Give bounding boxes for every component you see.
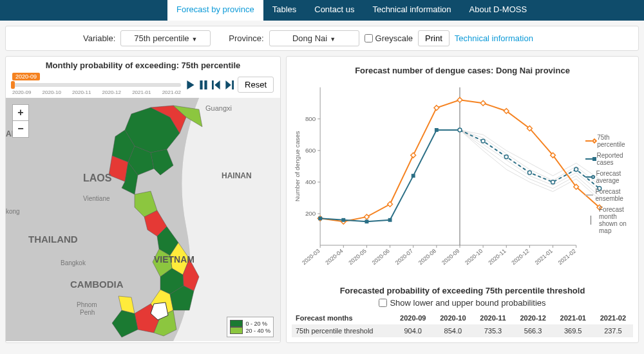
slider-track[interactable]: [12, 83, 181, 87]
svg-text:2021-01: 2021-01: [534, 248, 554, 266]
svg-point-67: [551, 180, 555, 184]
svg-text:THAILAND: THAILAND: [28, 234, 78, 245]
svg-point-64: [481, 139, 485, 143]
svg-text:800: 800: [305, 115, 316, 122]
svg-point-63: [458, 128, 462, 132]
nav-tab-forecast[interactable]: Forecast by province: [167, 0, 263, 21]
map-svg: Guangxi LAOS HAINAN Vientiane THAILAND B…: [6, 98, 280, 341]
control-bar: Variable: 75th percentile▼ Province: Don…: [5, 26, 639, 51]
svg-text:200: 200: [305, 210, 316, 217]
svg-rect-59: [388, 218, 392, 222]
table-col: 2021-02: [593, 312, 633, 324]
nav-tab-techinfo[interactable]: Technical information: [363, 0, 460, 21]
line-chart: 200400600800Number of dengue cases2020-0…: [292, 79, 633, 279]
svg-text:2020-10: 2020-10: [464, 248, 484, 266]
step-back-icon[interactable]: [212, 80, 221, 89]
nav-tab-contact[interactable]: Contact us: [305, 0, 363, 21]
map-panel: Monthly probability of exceeding: 75th p…: [5, 56, 281, 343]
greyscale-input[interactable]: [365, 34, 373, 42]
svg-point-65: [504, 155, 508, 159]
svg-text:2020-11: 2020-11: [487, 248, 507, 266]
svg-text:400: 400: [305, 178, 316, 185]
svg-text:Vientiane: Vientiane: [83, 195, 110, 202]
svg-marker-5: [225, 80, 231, 89]
svg-text:Phnom: Phnom: [77, 301, 97, 308]
zoom-control: + −: [12, 104, 29, 138]
greyscale-label: Greyscale: [375, 33, 413, 43]
svg-rect-61: [435, 128, 439, 132]
zoom-out-button[interactable]: −: [12, 121, 29, 138]
svg-rect-2: [204, 80, 207, 89]
show-bounds-checkbox[interactable]: Show lower and upper bound probabilities: [379, 298, 545, 308]
svg-rect-1: [200, 80, 202, 89]
table-col: 2020-12: [513, 312, 553, 324]
svg-text:2020-07: 2020-07: [394, 248, 414, 266]
chart-title: Forecast number of dengue cases: Dong Na…: [292, 62, 633, 79]
svg-text:LAOS: LAOS: [83, 172, 112, 183]
chart-legend: 75th percentile Reported cases Forecast …: [585, 134, 630, 238]
svg-text:2020-09: 2020-09: [440, 248, 460, 266]
svg-text:Penh: Penh: [80, 309, 95, 316]
table-col: 2020-10: [433, 312, 473, 324]
svg-rect-3: [212, 80, 214, 89]
variable-value: 75th percentile: [134, 33, 189, 43]
svg-marker-4: [214, 80, 220, 89]
svg-rect-58: [365, 219, 368, 223]
svg-rect-57: [341, 218, 345, 222]
variable-label: Variable:: [83, 33, 115, 43]
svg-rect-60: [412, 174, 415, 178]
caret-down-icon: ▼: [330, 36, 336, 42]
map-title: Monthly probability of exceeding: 75th p…: [6, 57, 280, 74]
svg-text:600: 600: [305, 147, 316, 154]
table-title: Forecasted probability of exceeding 75th…: [292, 286, 633, 295]
svg-text:Bangkok: Bangkok: [61, 259, 86, 266]
map[interactable]: + −: [6, 98, 280, 341]
svg-text:2020-05: 2020-05: [347, 248, 367, 266]
svg-text:2020-06: 2020-06: [371, 248, 391, 266]
show-bounds-label: Show lower and upper bound probabilities: [390, 298, 545, 308]
table-col: 2021-01: [553, 312, 593, 324]
svg-text:2021-02: 2021-02: [557, 248, 577, 266]
svg-text:Guangxi: Guangxi: [205, 104, 232, 112]
print-button[interactable]: Print: [418, 30, 450, 46]
map-legend: 0 - 20 % 20 - 40 %: [227, 317, 274, 337]
pause-icon[interactable]: [199, 80, 208, 89]
svg-text:2020-12: 2020-12: [510, 248, 530, 266]
table-col: 2020-09: [393, 312, 433, 324]
province-label: Province:: [229, 33, 263, 43]
svg-text:Number of dengue cases: Number of dengue cases: [294, 131, 301, 202]
play-icon[interactable]: [186, 80, 195, 89]
forecast-table: Forecast months 2020-09 2020-10 2020-11 …: [292, 312, 633, 337]
svg-text:2020-04: 2020-04: [324, 248, 344, 266]
svg-text:HAINAN: HAINAN: [222, 171, 252, 180]
time-slider[interactable]: 2020-09 2020-09 2020-10 2020-11 2020-12 …: [6, 74, 280, 98]
nav-tab-tables[interactable]: Tables: [263, 0, 306, 21]
show-bounds-input[interactable]: [379, 299, 387, 307]
province-value: Dong Nai: [292, 33, 327, 43]
slider-thumb[interactable]: [11, 81, 15, 89]
table-row: 75th percentile threshold 904.0 854.0 73…: [292, 324, 633, 337]
svg-text:2020-08: 2020-08: [417, 248, 437, 266]
technical-info-link[interactable]: Technical information: [455, 33, 533, 43]
svg-point-66: [527, 171, 531, 174]
chart-panel: Forecast number of dengue cases: Dong Na…: [286, 56, 639, 343]
svg-rect-6: [232, 80, 234, 89]
greyscale-checkbox[interactable]: Greyscale: [365, 33, 413, 43]
svg-rect-56: [318, 216, 322, 220]
top-nav: Forecast by province Tables Contact us T…: [0, 0, 644, 21]
step-forward-icon[interactable]: [225, 80, 234, 89]
table-header-label: Forecast months: [292, 312, 393, 324]
svg-marker-0: [187, 80, 194, 89]
reset-button[interactable]: Reset: [238, 77, 274, 93]
province-dropdown[interactable]: Dong Nai▼: [269, 30, 359, 46]
zoom-in-button[interactable]: +: [12, 104, 29, 121]
svg-text:VIETNAM: VIETNAM: [154, 254, 194, 265]
svg-text:CAMBODIA: CAMBODIA: [70, 279, 124, 290]
slider-ticks: 2020-09 2020-10 2020-11 2020-12 2021-01 …: [12, 89, 181, 95]
slider-value-badge: 2020-09: [12, 73, 40, 80]
nav-tab-about[interactable]: About D-MOSS: [460, 0, 536, 21]
svg-text:2020-03: 2020-03: [301, 248, 321, 266]
svg-text:kong: kong: [6, 208, 20, 215]
svg-point-68: [574, 167, 578, 171]
variable-dropdown[interactable]: 75th percentile▼: [120, 30, 211, 46]
